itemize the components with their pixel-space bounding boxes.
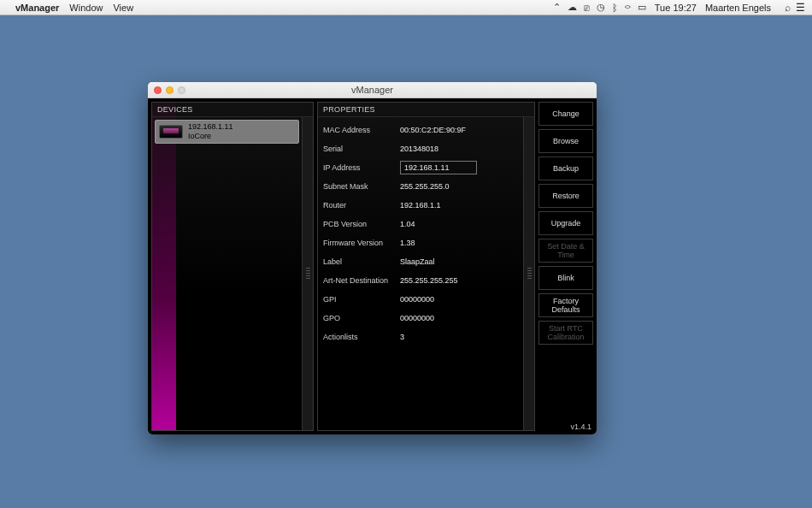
property-row: Actionlists3 bbox=[323, 328, 518, 346]
action-factory-defaults-button[interactable]: Factory Defaults bbox=[538, 293, 593, 317]
device-row[interactable]: 192.168.1.11 IoCore bbox=[155, 120, 299, 144]
property-value: 255.255.255.255 bbox=[400, 276, 458, 285]
window-title: vManager bbox=[148, 85, 597, 95]
dropbox-icon[interactable]: ⌃ bbox=[553, 2, 561, 13]
property-label: Serial bbox=[323, 145, 400, 153]
display-icon[interactable]: ⎚ bbox=[584, 3, 590, 13]
property-row: Router192.168.1.1 bbox=[323, 196, 518, 215]
devices-panel: DEVICES 192.168.1.11 IoCore bbox=[151, 102, 314, 431]
property-row: LabelSlaapZaal bbox=[323, 252, 518, 271]
action-start-rtc-calibration-button: Start RTC Calibration bbox=[538, 321, 593, 345]
property-row: Subnet Mask255.255.255.0 bbox=[323, 177, 518, 196]
menu-view[interactable]: View bbox=[113, 3, 133, 13]
property-row: Firmware Version1.38 bbox=[323, 233, 518, 252]
device-ip: 192.168.1.11 bbox=[188, 122, 233, 132]
menu-window[interactable]: Window bbox=[69, 3, 103, 13]
window-body: DEVICES 192.168.1.11 IoCore PROPERTIES bbox=[148, 98, 597, 434]
properties-panel: PROPERTIES MAC Address00:50:C2:DE:90:9FS… bbox=[317, 102, 535, 431]
device-thumbnail-icon bbox=[159, 125, 183, 139]
properties-header: PROPERTIES bbox=[318, 103, 534, 117]
version-label: v1.4.1 bbox=[538, 421, 593, 431]
property-value: SlaapZaal bbox=[400, 257, 435, 266]
property-label: Router bbox=[323, 201, 400, 210]
wifi-icon[interactable]: ⌔ bbox=[625, 3, 631, 13]
clock-icon[interactable]: ◷ bbox=[597, 2, 605, 13]
property-label: Actionlists bbox=[323, 333, 400, 341]
action-backup-button[interactable]: Backup bbox=[538, 157, 593, 180]
property-value: 3 bbox=[400, 333, 404, 341]
app-menu[interactable]: vManager bbox=[15, 3, 59, 13]
cloud-icon[interactable]: ☁ bbox=[568, 2, 577, 13]
property-label: GPI bbox=[323, 295, 400, 304]
action-browse-button[interactable]: Browse bbox=[538, 129, 593, 153]
property-label: Art-Net Destination bbox=[323, 276, 400, 285]
devices-header: DEVICES bbox=[152, 103, 313, 117]
property-label: Subnet Mask bbox=[323, 182, 400, 191]
device-name: IoCore bbox=[188, 132, 233, 141]
menubar-clock[interactable]: Tue 19:27 bbox=[655, 3, 697, 13]
properties-scrollbar[interactable] bbox=[523, 117, 534, 430]
property-value: 1.38 bbox=[400, 239, 415, 247]
property-value: 00000000 bbox=[400, 295, 434, 304]
app-window: vManager DEVICES 192.168.1.11 IoCore bbox=[148, 82, 597, 434]
bluetooth-icon[interactable]: ᛒ bbox=[612, 3, 618, 13]
property-label: GPO bbox=[323, 314, 400, 322]
property-value: 1.04 bbox=[400, 220, 415, 228]
notification-center-icon[interactable]: ☰ bbox=[796, 2, 805, 14]
property-row: GPI00000000 bbox=[323, 290, 518, 309]
devices-scrollbar[interactable] bbox=[302, 117, 313, 430]
property-row: GPO00000000 bbox=[323, 309, 518, 328]
property-value-input[interactable]: 192.168.1.11 bbox=[400, 161, 477, 174]
property-row: MAC Address00:50:C2:DE:90:9F bbox=[323, 121, 518, 139]
property-label: MAC Address bbox=[323, 126, 400, 134]
action-change-button[interactable]: Change bbox=[538, 102, 593, 126]
property-label: IP Address bbox=[323, 163, 400, 172]
property-row: PCB Version1.04 bbox=[323, 215, 518, 233]
action-upgrade-button[interactable]: Upgrade bbox=[538, 211, 593, 235]
property-value: 00000000 bbox=[400, 314, 434, 322]
property-row: Art-Net Destination255.255.255.255 bbox=[323, 271, 518, 290]
window-titlebar[interactable]: vManager bbox=[148, 82, 597, 98]
devices-list: 192.168.1.11 IoCore bbox=[152, 117, 302, 430]
spotlight-icon[interactable]: ⌕ bbox=[785, 2, 791, 14]
menubar-user[interactable]: Maarten Engels bbox=[705, 3, 771, 13]
property-row: IP Address192.168.1.11 bbox=[323, 158, 518, 177]
battery-icon[interactable]: ▭ bbox=[638, 2, 646, 13]
action-set-date-time-button: Set Date & Time bbox=[538, 239, 593, 263]
action-blink-button[interactable]: Blink bbox=[538, 266, 593, 290]
macos-menubar: vManager Window View ⌃ ☁ ⎚ ◷ ᛒ ⌔ ▭ Tue 1… bbox=[0, 0, 812, 15]
property-label: Firmware Version bbox=[323, 239, 400, 247]
property-row: Serial201348018 bbox=[323, 139, 518, 158]
property-value: 255.255.255.0 bbox=[400, 182, 450, 191]
device-text: 192.168.1.11 IoCore bbox=[188, 122, 233, 141]
action-restore-button[interactable]: Restore bbox=[538, 184, 593, 208]
property-value: 00:50:C2:DE:90:9F bbox=[400, 126, 466, 134]
property-label: Label bbox=[323, 257, 400, 266]
properties-list: MAC Address00:50:C2:DE:90:9FSerial201348… bbox=[318, 117, 523, 430]
property-value: 192.168.1.1 bbox=[400, 201, 441, 210]
property-value: 201348018 bbox=[400, 145, 438, 153]
actions-column: ChangeBrowseBackupRestoreUpgradeSet Date… bbox=[538, 102, 593, 431]
property-label: PCB Version bbox=[323, 220, 400, 228]
status-tray: ⌃ ☁ ⎚ ◷ ᛒ ⌔ ▭ bbox=[553, 2, 646, 13]
